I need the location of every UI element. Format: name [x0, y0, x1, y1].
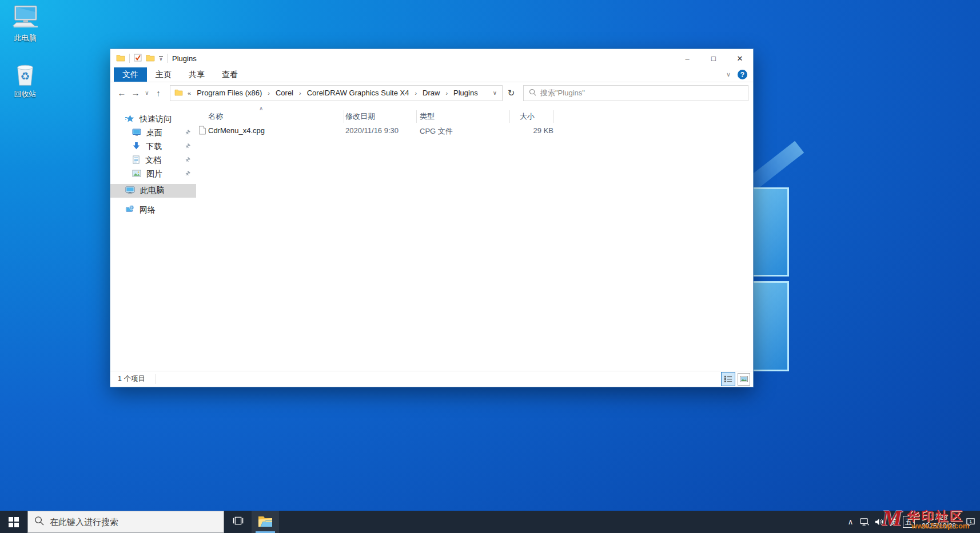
column-headers: ∧ 名称 修改日期 类型 大小	[196, 109, 753, 124]
title-bar: ∨ Plugins – □ ✕	[110, 49, 753, 67]
task-view-button[interactable]	[224, 511, 252, 533]
breadcrumb-separator-icon: ›	[297, 90, 303, 97]
window-body: 快速访问 桌面 下载	[110, 103, 753, 371]
tab-file[interactable]: 文件	[114, 67, 147, 82]
sidebar-item-this-pc[interactable]: 此电脑	[110, 184, 196, 198]
customize-qat-chevron-icon[interactable]: ∨	[159, 56, 163, 61]
taskbar-search[interactable]	[27, 511, 224, 533]
sidebar-item-label: 文档	[145, 155, 161, 166]
column-divider[interactable]	[344, 110, 344, 123]
desktop-icon	[132, 129, 141, 138]
file-row[interactable]: CdrMenu_x4.cpg 2020/11/16 9:30 CPG 文件 29…	[196, 124, 753, 138]
taskbar-search-input[interactable]	[50, 517, 217, 527]
recent-locations-chevron-icon[interactable]: ∨	[142, 90, 152, 96]
folder-icon	[116, 54, 125, 63]
windows-logo-icon	[9, 517, 19, 527]
ime-mode-indicator[interactable]: 五	[903, 516, 915, 528]
forward-button[interactable]: →	[129, 88, 142, 98]
wallpaper-window-pane	[751, 281, 789, 371]
tab-view[interactable]: 查看	[213, 67, 246, 82]
up-button[interactable]: ↑	[152, 88, 165, 98]
sidebar-item-label: 快速访问	[140, 114, 172, 125]
start-button[interactable]	[0, 511, 27, 533]
desktop-icon-this-pc[interactable]: 此电脑	[1, 5, 49, 43]
taskbar-file-explorer-button[interactable]	[252, 511, 279, 533]
network-tray-icon[interactable]	[858, 511, 872, 533]
help-icon[interactable]: ?	[738, 70, 747, 79]
network-icon	[125, 205, 134, 215]
large-icons-view-button[interactable]	[738, 373, 750, 386]
computer-icon	[125, 186, 135, 196]
breadcrumb-overflow[interactable]: «	[186, 90, 193, 97]
search-input[interactable]	[540, 89, 743, 97]
sidebar-item-documents[interactable]: 文档	[110, 154, 196, 167]
breadcrumb-item[interactable]: Plugins	[452, 89, 479, 97]
column-header-size[interactable]: 大小	[520, 111, 535, 122]
sidebar-item-network[interactable]: 网络	[110, 203, 196, 217]
sidebar-item-desktop[interactable]: 桌面	[110, 126, 196, 140]
file-size: 29 KB	[509, 126, 553, 135]
wallpaper-window-pane	[751, 187, 789, 276]
file-date: 2020/11/16 9:30	[345, 126, 399, 135]
tab-home[interactable]: 主页	[147, 67, 180, 82]
breadcrumb-item[interactable]: Program Files (x86)	[196, 89, 263, 97]
tab-share[interactable]: 共享	[180, 67, 213, 82]
sidebar-item-downloads[interactable]: 下载	[110, 140, 196, 154]
sidebar-item-label: 网络	[140, 205, 156, 215]
pin-icon	[184, 156, 191, 165]
volume-icon[interactable]	[872, 511, 886, 533]
address-bar[interactable]: « Program Files (x86) › Corel › CorelDRA…	[170, 85, 503, 101]
breadcrumb-separator-icon: ›	[413, 90, 419, 97]
minimize-button[interactable]: –	[674, 49, 700, 67]
maximize-button[interactable]: □	[700, 49, 727, 67]
breadcrumb-item[interactable]: Corel	[274, 89, 294, 97]
column-divider[interactable]	[416, 110, 417, 123]
recycle-bin-icon: ♻	[1, 59, 49, 88]
taskbar-clock[interactable]: 17:28 2025/10/28	[917, 514, 961, 531]
download-arrow-icon	[132, 142, 141, 152]
expand-ribbon-chevron-icon[interactable]: ∨	[726, 71, 731, 78]
file-name: CdrMenu_x4.cpg	[208, 126, 265, 135]
close-button[interactable]: ✕	[727, 49, 753, 67]
breadcrumb-item[interactable]: Draw	[421, 89, 441, 97]
document-icon	[132, 155, 140, 166]
folder-icon	[174, 89, 183, 98]
column-header-type[interactable]: 类型	[420, 111, 435, 122]
system-tray: ∧ 英 五 17:28 2025/10/28 1	[843, 511, 980, 533]
file-list: ∧ 名称 修改日期 类型 大小 CdrMenu_x4.cpg 2020/11/1…	[196, 103, 753, 371]
refresh-button[interactable]: ↻	[503, 88, 520, 98]
sidebar-item-quick-access[interactable]: 快速访问	[110, 113, 196, 126]
action-center-button[interactable]: 1	[961, 511, 980, 533]
computer-icon	[1, 5, 49, 32]
separator	[129, 54, 130, 63]
properties-check-icon[interactable]	[134, 54, 142, 63]
column-divider[interactable]	[553, 110, 554, 123]
taskbar: ∧ 英 五 17:28 2025/10/28 1	[0, 511, 980, 533]
back-button[interactable]: ←	[115, 88, 129, 98]
language-indicator[interactable]: 英	[886, 511, 901, 533]
hidden-icons-chevron-icon[interactable]: ∧	[843, 511, 858, 533]
window-controls: – □ ✕	[674, 49, 753, 67]
column-header-date[interactable]: 修改日期	[345, 111, 375, 122]
separator	[167, 54, 168, 63]
address-dropdown-chevron-icon[interactable]: ∨	[493, 90, 498, 96]
svg-text:♻: ♻	[21, 70, 30, 82]
column-divider[interactable]	[509, 110, 510, 123]
details-view-button[interactable]	[721, 372, 735, 386]
breadcrumb-item[interactable]: CorelDRAW Graphics Suite X4	[306, 89, 411, 97]
sidebar-item-pictures[interactable]: 图片	[110, 167, 196, 181]
search-icon	[529, 89, 536, 98]
column-header-name[interactable]: 名称	[208, 111, 223, 122]
file-icon	[198, 126, 206, 137]
desktop-icon-label: 回收站	[1, 89, 49, 99]
new-folder-icon[interactable]	[146, 54, 155, 63]
item-count: 1 个项目	[118, 374, 145, 384]
clock-date: 2025/10/28	[922, 522, 956, 531]
svg-text:1: 1	[969, 519, 971, 524]
desktop-icon-recycle-bin[interactable]: ♻ 回收站	[1, 59, 49, 99]
search-box[interactable]	[523, 85, 748, 101]
quick-access-star-icon	[125, 114, 134, 125]
status-bar: 1 个项目	[110, 371, 753, 387]
window-title: Plugins	[172, 54, 197, 63]
pin-icon	[184, 129, 191, 138]
